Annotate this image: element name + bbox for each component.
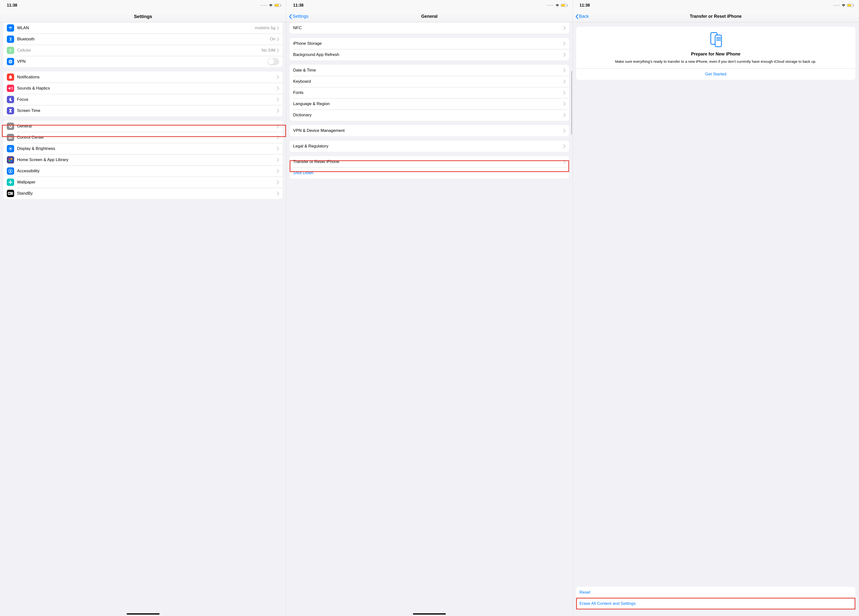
row-bluetooth[interactable]: Bluetooth On (3, 34, 283, 45)
chevron-right-icon (277, 192, 279, 195)
row-label: Background App Refresh (293, 52, 563, 57)
row-general[interactable]: General (3, 121, 283, 132)
status-bar: 11:38 (286, 0, 572, 11)
svg-rect-25 (720, 37, 720, 38)
card-heading: Prepare for New iPhone (581, 51, 851, 57)
scrollbar[interactable] (571, 71, 572, 134)
row-label: WLAN (17, 25, 255, 30)
globe-icon (7, 58, 14, 65)
svg-rect-7 (9, 158, 10, 160)
back-button[interactable]: Settings (286, 12, 310, 20)
row-fonts[interactable]: Fonts (290, 87, 569, 98)
vpn-toggle[interactable] (267, 58, 279, 65)
row-label: Legal & Regulatory (293, 144, 563, 149)
chevron-right-icon (277, 136, 279, 139)
row-vpn-device-management[interactable]: VPN & Device Management (290, 125, 569, 136)
row-value: No SIM (262, 48, 277, 53)
svg-rect-31 (720, 40, 720, 41)
svg-point-14 (10, 180, 11, 182)
chevron-right-icon (563, 144, 566, 148)
row-control-center[interactable]: Control Center (3, 132, 283, 143)
nav-title: Transfer or Reset iPhone (573, 14, 859, 19)
wifi-icon (842, 3, 846, 8)
row-legal-regulatory[interactable]: Legal & Regulatory (290, 140, 569, 152)
cellular-signal-dots-icon (547, 5, 553, 6)
row-label: Fonts (293, 90, 563, 95)
row-standby[interactable]: StandBy (3, 188, 283, 199)
chevron-right-icon (277, 86, 279, 90)
brightness-icon (7, 145, 14, 152)
row-value: mobitrix-5g (255, 25, 277, 30)
group-legal: Legal & Regulatory (290, 140, 569, 152)
two-iphones-icon (707, 32, 724, 47)
row-label: General (17, 124, 277, 129)
row-display-brightness[interactable]: Display & Brightness (3, 143, 283, 154)
get-started-button[interactable]: Get Started (581, 69, 851, 80)
row-wallpaper[interactable]: Wallpaper (3, 177, 283, 188)
svg-point-3 (9, 136, 10, 137)
prepare-card: Prepare for New iPhone Make sure everyth… (576, 27, 855, 80)
nav-bar: Settings General (286, 11, 572, 22)
svg-rect-28 (720, 39, 720, 39)
row-label: Bluetooth (17, 37, 270, 42)
row-shut-down[interactable]: Shut Down (290, 167, 569, 179)
chevron-right-icon (277, 169, 279, 173)
svg-rect-27 (718, 39, 719, 39)
wifi-icon (7, 24, 14, 32)
row-focus[interactable]: Focus (3, 94, 283, 105)
row-reset[interactable]: Reset (576, 587, 855, 598)
row-background-app-refresh[interactable]: Background App Refresh (290, 49, 569, 60)
row-cellular[interactable]: Cellular No SIM (3, 45, 283, 56)
svg-rect-26 (717, 39, 718, 39)
row-vpn[interactable]: VPN (3, 56, 283, 67)
group-storage: iPhone Storage Background App Refresh (290, 38, 569, 60)
chevron-left-icon (575, 14, 579, 19)
back-label: Settings (292, 14, 308, 19)
wallpaper-icon (7, 179, 14, 186)
row-iphone-storage[interactable]: iPhone Storage (290, 38, 569, 49)
accessibility-icon (7, 167, 14, 175)
group-connectivity: WLAN mobitrix-5g Bluetooth On Cellular N… (3, 22, 283, 67)
chevron-right-icon (563, 53, 566, 57)
general-content[interactable]: NFC iPhone Storage Background App Refres… (286, 22, 572, 616)
row-label: Focus (17, 97, 277, 102)
row-label: Notifications (17, 75, 277, 80)
row-language-region[interactable]: Language & Region (290, 98, 569, 109)
row-label: StandBy (17, 191, 277, 196)
row-label: Language & Region (293, 101, 563, 106)
nav-bar: Settings (0, 11, 286, 22)
status-bar: 11:38 (573, 0, 859, 11)
row-transfer-reset[interactable]: Transfer or Reset iPhone (290, 156, 569, 167)
row-date-time[interactable]: Date & Time (290, 65, 569, 76)
row-screen-time[interactable]: Screen Time (3, 105, 283, 116)
chevron-right-icon (563, 102, 566, 106)
row-label: Sounds & Haptics (17, 86, 277, 91)
transfer-reset-content[interactable]: Prepare for New iPhone Make sure everyth… (573, 22, 859, 616)
row-keyboard[interactable]: Keyboard (290, 76, 569, 87)
clock-icon (7, 190, 14, 197)
row-notifications[interactable]: Notifications (3, 72, 283, 83)
svg-rect-30 (718, 40, 719, 41)
row-accessibility[interactable]: Accessibility (3, 165, 283, 177)
svg-rect-24 (718, 37, 719, 38)
row-erase-all[interactable]: Erase All Content and Settings (576, 598, 855, 609)
wifi-icon (555, 3, 559, 8)
home-indicator[interactable] (127, 613, 159, 614)
moon-icon (7, 96, 14, 103)
row-home-screen[interactable]: Home Screen & App Library (3, 154, 283, 165)
switches-icon (7, 134, 14, 141)
row-value: On (270, 37, 277, 42)
back-button[interactable]: Back (573, 12, 590, 20)
row-nfc[interactable]: NFC (290, 22, 569, 34)
status-right (547, 3, 567, 8)
row-wlan[interactable]: WLAN mobitrix-5g (3, 22, 283, 34)
home-indicator[interactable] (413, 613, 446, 614)
settings-content[interactable]: WLAN mobitrix-5g Bluetooth On Cellular N… (0, 22, 286, 616)
svg-point-15 (10, 183, 11, 184)
svg-point-17 (11, 182, 12, 183)
row-label: Display & Brightness (17, 146, 277, 151)
row-sounds-haptics[interactable]: Sounds & Haptics (3, 83, 283, 94)
chevron-left-icon (289, 14, 292, 19)
row-label: Transfer or Reset iPhone (293, 159, 563, 164)
row-dictionary[interactable]: Dictionary (290, 109, 569, 121)
